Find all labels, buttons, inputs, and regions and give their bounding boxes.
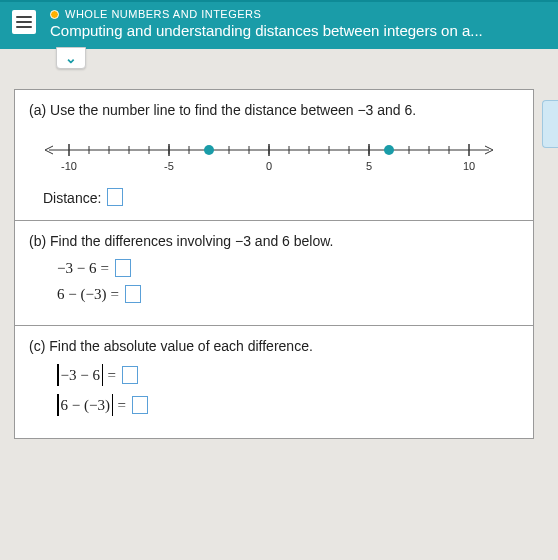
- distance-row: Distance:: [43, 188, 519, 206]
- distance-input[interactable]: [107, 188, 123, 206]
- abs-c1: −3 − 6: [57, 364, 103, 386]
- question-box: (a) Use the number line to find the dist…: [14, 89, 534, 439]
- dropdown-toggle[interactable]: ⌄: [56, 47, 86, 69]
- tick-label: 10: [463, 160, 475, 172]
- equation-c1: −3 − 6 =: [57, 364, 519, 386]
- equation-c2: 6 − (−3) =: [57, 394, 519, 416]
- part-a-label: (a): [29, 102, 46, 118]
- menu-icon[interactable]: [12, 10, 36, 34]
- number-line: -10 -5 0 5 10: [39, 136, 509, 176]
- part-a: (a) Use the number line to find the dist…: [15, 90, 533, 221]
- tick-label: -10: [61, 160, 77, 172]
- eq-c1-input[interactable]: [122, 366, 138, 384]
- app-header: WHOLE NUMBERS AND INTEGERS Computing and…: [0, 0, 558, 49]
- eq-b1-input[interactable]: [115, 259, 131, 277]
- content-area: (a) Use the number line to find the dist…: [0, 49, 558, 453]
- equation-b1: −3 − 6 =: [57, 259, 519, 277]
- point-b-icon: [384, 145, 394, 155]
- part-b-text: Find the differences involving −3 and 6 …: [50, 233, 333, 249]
- point-a-icon: [204, 145, 214, 155]
- eq-b2-input[interactable]: [125, 285, 141, 303]
- tick-label: 5: [366, 160, 372, 172]
- part-c-label: (c): [29, 338, 45, 354]
- part-a-text: Use the number line to find the distance…: [50, 102, 416, 118]
- part-b-label: (b): [29, 233, 46, 249]
- side-panel-toggle[interactable]: [542, 100, 558, 148]
- topic-dot-icon: [50, 10, 59, 19]
- distance-label: Distance:: [43, 190, 101, 206]
- tick-label: -5: [164, 160, 174, 172]
- part-b: (b) Find the differences involving −3 an…: [15, 221, 533, 326]
- part-c-text: Find the absolute value of each differen…: [49, 338, 313, 354]
- topic-label: WHOLE NUMBERS AND INTEGERS: [65, 8, 261, 20]
- tick-label: 0: [266, 160, 272, 172]
- eq-c2-input[interactable]: [132, 396, 148, 414]
- page-title: Computing and understanding distances be…: [50, 22, 548, 39]
- equation-b2: 6 − (−3) =: [57, 285, 519, 303]
- part-c: (c) Find the absolute value of each diff…: [15, 326, 533, 438]
- chevron-down-icon: ⌄: [65, 50, 77, 66]
- abs-c2: 6 − (−3): [57, 394, 113, 416]
